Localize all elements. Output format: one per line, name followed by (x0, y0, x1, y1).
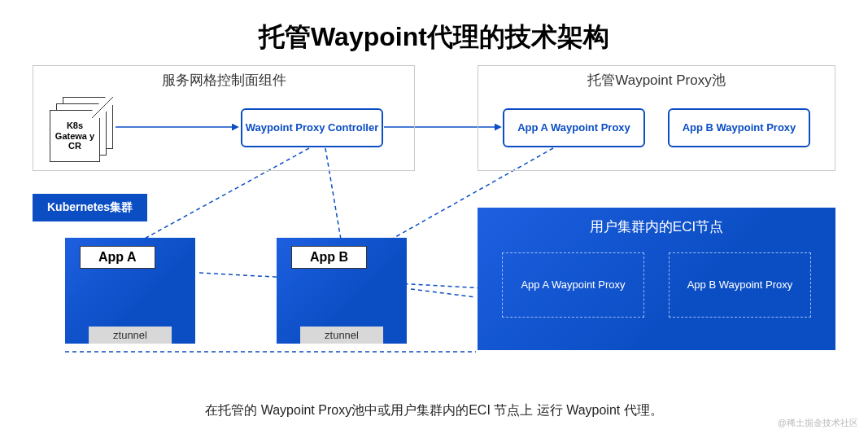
eci-proxy-a-box: App A Waypoint Proxy (502, 252, 644, 318)
diagram-caption: 在托管的 Waypoint Proxy池中或用户集群内的ECI 节点上 运行 W… (0, 402, 868, 419)
proxy-pool-title: 托管Waypoint Proxy池 (478, 66, 835, 94)
diagram-canvas: 服务网格控制面组件 K8s Gatewa y CR Waypoint Proxy… (33, 65, 835, 393)
waypoint-controller-box: Waypoint Proxy Controller (241, 108, 383, 147)
kubernetes-cluster-label: Kubernetes集群 (33, 194, 147, 221)
eci-proxy-b-box: App B Waypoint Proxy (669, 252, 811, 318)
control-plane-title: 服务网格控制面组件 (33, 66, 414, 94)
app-b-ztunnel: ztunnel (300, 327, 383, 344)
proxy-pool-panel: 托管Waypoint Proxy池 App A Waypoint Proxy A… (478, 65, 835, 171)
app-a-ztunnel: ztunnel (89, 327, 172, 344)
k8s-cr-doc-stack: K8s Gatewa y CR (50, 97, 115, 156)
k8s-cr-label: K8s Gatewa y CR (50, 110, 100, 162)
pool-proxy-a-box: App A Waypoint Proxy (503, 108, 645, 147)
eci-title: 用户集群内的ECI节点 (494, 217, 819, 236)
eci-panel: 用户集群内的ECI节点 App A Waypoint Proxy App B W… (478, 208, 835, 350)
app-a-name: App A (80, 246, 155, 269)
svg-line-6 (411, 289, 476, 297)
control-plane-panel: 服务网格控制面组件 K8s Gatewa y CR Waypoint Proxy… (33, 65, 415, 171)
app-b-name: App B (291, 246, 367, 269)
pool-proxy-b-box: App B Waypoint Proxy (668, 108, 810, 147)
app-b-tile: App B ztunnel (277, 238, 407, 344)
watermark: @稀土掘金技术社区 (778, 417, 858, 429)
app-a-tile: App A ztunnel (65, 238, 195, 344)
diagram-title: 托管Waypoint代理的技术架构 (0, 0, 868, 55)
